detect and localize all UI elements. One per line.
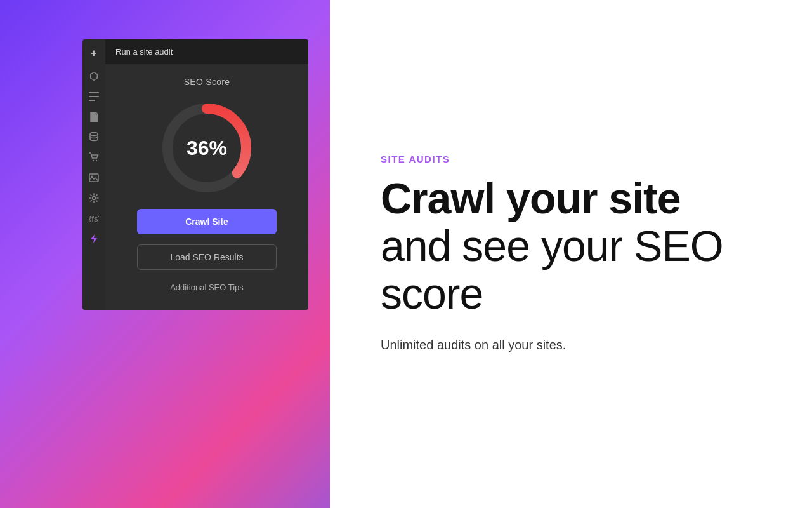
headline: Crawl your site and see your SEO score <box>381 175 749 317</box>
additional-seo-tips-link[interactable]: Additional SEO Tips <box>170 283 244 297</box>
file-icon[interactable] <box>85 108 103 126</box>
cube-icon[interactable] <box>85 67 103 85</box>
code-icon[interactable]: {fs} <box>85 210 103 227</box>
crawl-site-button[interactable]: Crawl Site <box>137 209 277 234</box>
load-seo-results-button[interactable]: Load SEO Results <box>137 244 277 270</box>
main-panel: Run a site audit SEO Score <box>105 39 308 310</box>
image-icon[interactable] <box>85 169 103 187</box>
svg-rect-0 <box>89 92 99 93</box>
panel-body: SEO Score <box>105 64 308 310</box>
add-new-icon[interactable]: + <box>85 44 103 62</box>
database-icon[interactable] <box>85 128 103 146</box>
seo-score-label: SEO Score <box>184 77 230 87</box>
svg-point-3 <box>90 133 98 136</box>
settings-icon[interactable] <box>85 189 103 207</box>
svg-rect-1 <box>89 96 99 97</box>
left-section: + <box>0 0 330 508</box>
svg-rect-2 <box>89 100 95 101</box>
score-percentage: 36% <box>187 137 227 160</box>
right-content: SITE AUDITS Crawl your site and see your… <box>381 154 749 354</box>
svg-point-4 <box>93 160 94 161</box>
panel-title: Run a site audit <box>115 47 173 57</box>
bolt-icon[interactable] <box>85 230 103 248</box>
headline-bold: Crawl your site <box>381 174 681 222</box>
menu-icon[interactable] <box>85 88 103 105</box>
site-audits-badge: SITE AUDITS <box>381 154 749 164</box>
seo-score-donut: 36% <box>156 97 258 199</box>
panel-wrapper: + <box>82 39 308 310</box>
subtext: Unlimited audits on all your sites. <box>381 335 749 354</box>
panel-header: Run a site audit <box>105 39 308 64</box>
svg-point-5 <box>96 160 97 161</box>
right-section: SITE AUDITS Crawl your site and see your… <box>330 0 812 508</box>
sidebar: + <box>82 39 105 310</box>
svg-point-8 <box>93 197 96 200</box>
cart-icon[interactable] <box>85 149 103 166</box>
headline-normal: and see your SEO score <box>381 222 723 318</box>
svg-text:{fs}: {fs} <box>89 215 99 222</box>
